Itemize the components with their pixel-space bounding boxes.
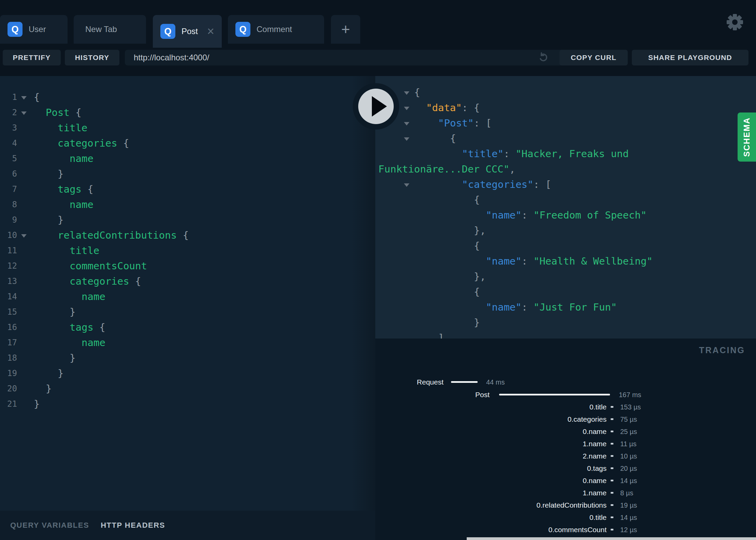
query-line: 8name (0, 197, 375, 212)
fold-arrow-icon[interactable] (404, 91, 409, 95)
new-tab-button[interactable]: + (331, 15, 360, 44)
fold-arrow-icon[interactable] (21, 96, 27, 100)
query-line: 2Post { (0, 105, 375, 120)
code-text: name (70, 197, 93, 212)
topbar: QUserNew TabQPost×QComment+ PRETTIFY HIS… (0, 0, 756, 76)
line-number: 20 (0, 381, 17, 396)
code-text: } (58, 166, 63, 182)
query-line: 4categories { (0, 136, 375, 151)
line-number: 6 (0, 166, 17, 182)
prettify-button[interactable]: PRETTIFY (3, 50, 61, 65)
code-text: title (70, 243, 99, 258)
code-text: categories { (70, 274, 141, 289)
query-badge-icon: Q (235, 22, 250, 37)
fold-arrow-icon[interactable] (404, 183, 409, 187)
query-lines: 1{2Post {3title4categories {5name6}7tags… (0, 90, 375, 412)
tracing-field-label: 1.name (583, 438, 607, 450)
tracing-field-duration: 153 µs (620, 401, 641, 413)
fold-arrow-icon[interactable] (404, 122, 409, 125)
line-number: 8 (0, 197, 17, 212)
code-text: "data": { (426, 100, 480, 116)
response-line: "title": "Hacker, Freaks und (375, 146, 756, 162)
tracing-field-label: 0.tags (587, 462, 607, 475)
line-number: 14 (0, 289, 17, 304)
fold-arrow-icon[interactable] (21, 111, 27, 115)
response-line: { (375, 238, 756, 254)
code-text: } (70, 350, 75, 366)
fold-arrow-icon[interactable] (21, 234, 27, 238)
tracing-span-label: Post (475, 389, 490, 401)
code-text: } (474, 315, 480, 330)
execute-query-button[interactable] (353, 83, 399, 130)
code-text: name (82, 335, 105, 350)
horizontal-scrollbar[interactable] (467, 537, 756, 540)
tab-new-tab[interactable]: New Tab (74, 15, 146, 44)
tracing-field-label: 0.title (590, 401, 607, 413)
tracing-field-duration: 12 µs (620, 524, 637, 536)
history-button[interactable]: HISTORY (65, 50, 119, 65)
tracing-field-label: 1.name (583, 487, 607, 499)
query-line: 3title (0, 120, 375, 136)
tracing-field-label: 0.title (590, 511, 607, 524)
line-number: 21 (0, 396, 17, 412)
tracing-span-bar (451, 381, 478, 383)
query-line: 15} (0, 304, 375, 320)
query-line: 16tags { (0, 320, 375, 335)
share-playground-button[interactable]: SHARE PLAYGROUND (632, 50, 748, 65)
query-line: 5name (0, 151, 375, 166)
fold-arrow-icon[interactable] (404, 107, 409, 110)
code-text: }, (474, 269, 486, 284)
url-input[interactable]: http://localhost:4000/ (125, 50, 567, 65)
code-text: } (34, 396, 40, 412)
code-text: { (474, 192, 480, 208)
tab-close-icon[interactable]: × (205, 25, 216, 38)
query-badge-icon: Q (160, 24, 175, 39)
query-line: 7tags { (0, 182, 375, 197)
query-line: 1{ (0, 90, 375, 105)
line-number: 2 (0, 105, 17, 120)
http-headers-tab[interactable]: HTTP HEADERS (101, 521, 165, 530)
response-line: { (375, 192, 756, 208)
line-number: 19 (0, 366, 17, 381)
response-line: }, (375, 269, 756, 284)
code-text: } (58, 366, 63, 381)
tracing-field-duration: 14 µs (620, 475, 637, 487)
code-text: } (46, 381, 52, 396)
code-text: relatedContributions { (58, 228, 189, 243)
tracing-panel: TRACING Request44 msPost167 ms0.title153… (375, 339, 756, 540)
query-editor-pane[interactable]: 1{2Post {3title4categories {5name6}7tags… (0, 76, 375, 511)
tracing-field-duration: 19 µs (620, 499, 637, 511)
response-line: ] (375, 330, 756, 339)
code-text: { (34, 90, 40, 105)
tracing-field-duration: 25 µs (620, 425, 637, 438)
response-line: } (375, 315, 756, 330)
code-text: { (474, 284, 480, 300)
code-text: title (58, 120, 87, 136)
code-text: Post { (46, 105, 82, 120)
schema-side-tab[interactable]: SCHEMA (738, 112, 756, 162)
tracing-field-label: 0.categories (568, 413, 607, 425)
tab-label: Post (181, 27, 198, 36)
response-line: }, (375, 223, 756, 238)
tracing-span-bar (499, 394, 610, 395)
code-text: { (450, 131, 456, 146)
tab-user[interactable]: QUser (0, 15, 68, 44)
code-text: ] (438, 330, 444, 339)
query-variables-tab[interactable]: QUERY VARIABLES (10, 521, 89, 530)
tab-comment[interactable]: QComment (228, 15, 324, 44)
tracing-field-marker (611, 443, 613, 445)
tracing-field-marker (611, 455, 613, 457)
tab-label: New Tab (85, 25, 117, 34)
tracing-field-duration: 11 µs (620, 438, 637, 450)
copy-curl-button[interactable]: COPY CURL (559, 50, 628, 65)
tab-post[interactable]: QPost× (153, 15, 222, 48)
tracing-field-marker (611, 467, 613, 469)
tab-label: User (29, 25, 46, 34)
query-line: 12commentsCount (0, 258, 375, 274)
tracing-field-label: 0.relatedContributions (537, 499, 607, 511)
tracing-field-label: 0.name (583, 425, 607, 438)
fold-arrow-icon[interactable] (404, 137, 409, 141)
settings-gear-icon[interactable] (725, 12, 745, 32)
reload-history-icon[interactable] (536, 52, 548, 63)
line-number: 16 (0, 320, 17, 335)
